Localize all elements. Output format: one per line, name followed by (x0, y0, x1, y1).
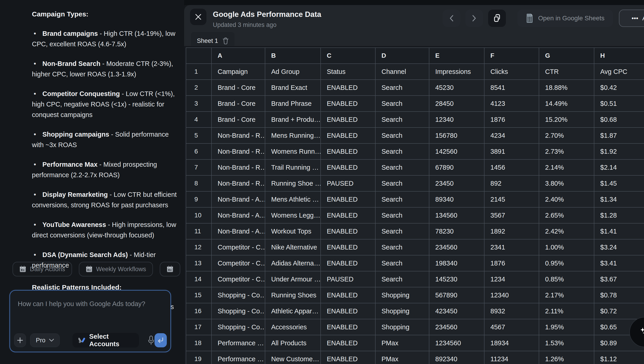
cell[interactable]: 142560 (429, 144, 484, 159)
cell[interactable]: Non-Brand - A… (212, 223, 265, 239)
cell[interactable]: Search (376, 160, 429, 175)
quick-action-button[interactable] (160, 262, 180, 276)
cell[interactable]: Performance … (212, 335, 265, 351)
cell[interactable]: 45230 (429, 80, 484, 95)
chat-input[interactable]: How can I help you with Google Ads today… (10, 290, 171, 352)
cell[interactable]: Channel (376, 64, 429, 79)
cell[interactable]: $0.78 (594, 287, 644, 303)
row-number[interactable]: 10 (186, 208, 211, 223)
cell[interactable]: 8932 (484, 303, 539, 319)
cell[interactable]: Workout Tops (265, 223, 320, 239)
cell[interactable]: PMax (376, 351, 429, 364)
row-number[interactable]: 11 (186, 223, 211, 239)
cell[interactable]: Search (376, 208, 429, 223)
cell[interactable]: 892 (484, 176, 539, 191)
cell[interactable]: $3.24 (594, 239, 644, 255)
row-number[interactable]: 17 (186, 319, 211, 335)
cell[interactable]: Search (376, 144, 429, 159)
column-header-A[interactable]: A (212, 48, 265, 63)
cell[interactable]: ENABLED (321, 112, 375, 127)
cell[interactable]: 15.20% (539, 112, 594, 127)
cell[interactable]: ENABLED (321, 96, 375, 111)
quick-action-button[interactable]: Weekly Workflows (79, 262, 153, 276)
cell[interactable]: $3.41 (594, 255, 644, 271)
row-number[interactable]: 7 (186, 160, 211, 175)
cell[interactable]: Shopping - Co… (212, 319, 265, 335)
cell[interactable]: Search (376, 96, 429, 111)
cell[interactable]: Clicks (484, 64, 539, 79)
cell[interactable]: 14.49% (539, 96, 594, 111)
cell[interactable]: 2.42% (539, 223, 594, 239)
cell[interactable]: Accessories (265, 319, 320, 335)
cell[interactable]: 78230 (429, 223, 484, 239)
cell[interactable]: 2.17% (539, 287, 594, 303)
column-header-D[interactable]: D (376, 48, 429, 63)
cell[interactable]: Performance … (212, 351, 265, 364)
cell[interactable]: Athletic Appar… (265, 303, 320, 319)
cell[interactable]: Search (376, 271, 429, 287)
row-number[interactable]: 18 (186, 335, 211, 351)
cell[interactable]: Non-Brand - A… (212, 192, 265, 207)
cell[interactable]: $1.28 (594, 208, 644, 223)
cell[interactable]: $0.72 (594, 303, 644, 319)
cell[interactable]: 3567 (484, 208, 539, 223)
cell[interactable]: Search (376, 176, 429, 191)
cell[interactable]: $3.67 (594, 271, 644, 287)
cell[interactable]: 1.95% (539, 319, 594, 335)
cell[interactable]: PMax (376, 335, 429, 351)
cell[interactable]: Brand - Core (212, 96, 265, 111)
cell[interactable]: Shopping (376, 303, 429, 319)
close-button[interactable] (190, 9, 206, 25)
row-number[interactable]: 2 (186, 80, 211, 95)
column-header-F[interactable]: F (484, 48, 539, 63)
cell[interactable]: ENABLED (321, 351, 375, 364)
cell[interactable]: 1456 (484, 160, 539, 175)
cell[interactable]: 567890 (429, 287, 484, 303)
row-number[interactable]: 9 (186, 192, 211, 207)
cell[interactable]: New Custome… (265, 351, 320, 364)
cell[interactable]: 1876 (484, 255, 539, 271)
nav-forward-button[interactable] (465, 10, 483, 27)
cell[interactable]: Brand - Core (212, 80, 265, 95)
cell[interactable]: Brand + Produ… (265, 112, 320, 127)
cell[interactable]: Mens Athletic … (265, 192, 320, 207)
cell[interactable]: ENABLED (321, 160, 375, 175)
cell[interactable]: 0.85% (539, 271, 594, 287)
cell[interactable]: Status (321, 64, 375, 79)
column-header-C[interactable]: C (321, 48, 375, 63)
cell[interactable]: $1.41 (594, 223, 644, 239)
column-header-H[interactable]: H (594, 48, 644, 63)
cell[interactable]: Search (376, 239, 429, 255)
cell[interactable]: Shopping - Co… (212, 287, 265, 303)
trash-icon[interactable] (223, 38, 228, 44)
row-number[interactable]: 16 (186, 303, 211, 319)
cell[interactable]: 28450 (429, 96, 484, 111)
cell[interactable]: Mens Running… (265, 128, 320, 143)
cell[interactable]: 67890 (429, 160, 484, 175)
row-number[interactable]: 3 (186, 96, 211, 111)
model-selector[interactable]: Pro (30, 333, 60, 347)
open-in-sheets-button[interactable]: Open in Google Sheets (517, 10, 613, 27)
cell[interactable]: ENABLED (321, 239, 375, 255)
cell[interactable]: PAUSED (321, 271, 375, 287)
cell[interactable]: 3891 (484, 144, 539, 159)
cell[interactable]: 234560 (429, 239, 484, 255)
cell[interactable]: ENABLED (321, 287, 375, 303)
cell[interactable]: Shopping (376, 287, 429, 303)
cell[interactable]: 4234 (484, 128, 539, 143)
cell[interactable]: Non-Brand - R… (212, 144, 265, 159)
corner-cell[interactable] (186, 48, 211, 63)
cell[interactable]: Non-Brand - R… (212, 128, 265, 143)
cell[interactable]: Search (376, 80, 429, 95)
row-number[interactable]: 12 (186, 239, 211, 255)
cell[interactable]: $1.34 (594, 192, 644, 207)
cell[interactable]: 1892 (484, 223, 539, 239)
cell[interactable]: Search (376, 192, 429, 207)
mic-button[interactable] (148, 335, 154, 345)
cell[interactable]: Campaign (212, 64, 265, 79)
cell[interactable]: 11234 (484, 351, 539, 364)
cell[interactable]: 2.73% (539, 144, 594, 159)
cell[interactable]: 0.95% (539, 255, 594, 271)
cell[interactable]: 2341 (484, 239, 539, 255)
cell[interactable]: 1.53% (539, 335, 594, 351)
